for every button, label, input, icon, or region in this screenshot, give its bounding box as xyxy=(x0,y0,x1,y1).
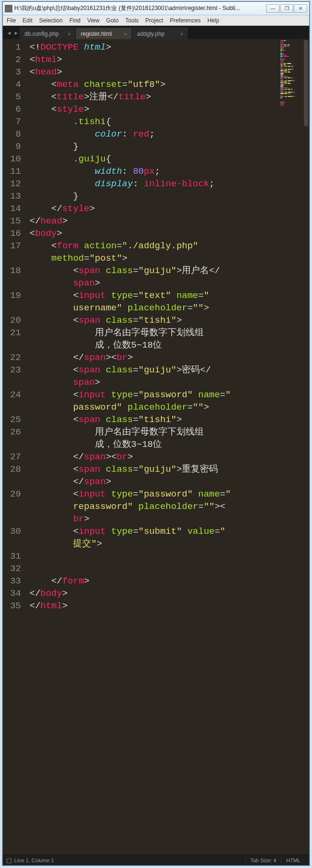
menu-tools[interactable]: Tools xyxy=(125,17,139,24)
code-line[interactable]: </span><br> xyxy=(30,351,308,364)
code-line[interactable]: <!DOCTYPE html> xyxy=(30,41,308,53)
maximize-button[interactable]: ❐ xyxy=(280,4,293,13)
code-line[interactable] xyxy=(30,562,308,575)
line-number xyxy=(3,500,21,513)
line-number: 16 xyxy=(3,227,21,240)
line-number: 21 xyxy=(3,327,21,339)
menu-project[interactable]: Project xyxy=(146,17,163,24)
code-line-wrap[interactable]: username" placeholder=""> xyxy=(30,302,308,314)
tab-close-icon[interactable]: × xyxy=(180,31,183,37)
tab-next-icon[interactable]: ► xyxy=(13,31,20,39)
titlebar: H:\我的u盘\php\总结\baby20161231作业 (复件)\20161… xyxy=(3,2,309,15)
code-line[interactable]: } xyxy=(30,190,308,202)
code-line-wrap[interactable]: 成，位数5~18位 xyxy=(30,339,308,351)
code-line[interactable]: display: inline-block; xyxy=(30,178,308,190)
code-line[interactable]: 用户名由字母数字下划线组 xyxy=(30,327,308,339)
tab-close-icon[interactable]: × xyxy=(124,31,127,37)
app-icon xyxy=(5,5,12,12)
line-number: 30 xyxy=(3,525,21,538)
code-line[interactable]: width: 80px; xyxy=(30,165,308,178)
menu-preferences[interactable]: Preferences xyxy=(170,17,201,24)
line-number: 12 xyxy=(3,178,21,190)
code-line-wrap[interactable]: span> xyxy=(30,277,308,289)
code-line[interactable]: <html> xyxy=(30,53,308,66)
code-line[interactable]: <span class="guiju">重复密码 xyxy=(30,463,308,476)
line-number: 28 xyxy=(3,463,21,476)
window-title: H:\我的u盘\php\总结\baby20161231作业 (复件)\20161… xyxy=(14,4,266,12)
line-number: 27 xyxy=(3,451,21,463)
code-line[interactable]: </body> xyxy=(30,587,308,600)
line-number xyxy=(3,252,21,265)
code-line[interactable]: <input type="password" name=" xyxy=(30,389,308,401)
minimize-button[interactable]: — xyxy=(266,4,280,13)
tabbar: ◄ ► db.config.php×register.html×addgly.p… xyxy=(3,26,309,39)
code-line[interactable]: 用户名由字母数字下划线组 xyxy=(30,426,308,438)
code-line[interactable]: <input type="password" name=" xyxy=(30,488,308,500)
code-line[interactable]: </span><br> xyxy=(30,451,308,463)
menu-view[interactable]: View xyxy=(87,17,100,24)
menu-goto[interactable]: Goto xyxy=(106,17,119,24)
close-button[interactable]: ✕ xyxy=(294,4,307,13)
code-line[interactable]: .tishi{ xyxy=(30,116,308,128)
line-number: 23 xyxy=(3,364,21,376)
code-line[interactable]: color: red; xyxy=(30,128,308,140)
code-line[interactable]: <title>注册</title> xyxy=(30,91,308,103)
code-line[interactable]: <head> xyxy=(30,66,308,78)
code-line[interactable]: .guiju{ xyxy=(30,153,308,165)
menu-find[interactable]: Find xyxy=(69,17,80,24)
code-line-wrap[interactable]: 成，位数3~18位 xyxy=(30,438,308,451)
line-number: 22 xyxy=(3,351,21,364)
scrollbar[interactable] xyxy=(303,39,309,855)
tab-db-config-php[interactable]: db.config.php× xyxy=(20,28,76,39)
line-number: 5 xyxy=(3,91,21,103)
code-line-wrap[interactable]: repassword" placeholder="">< xyxy=(30,500,308,513)
line-number: 19 xyxy=(3,289,21,302)
scrollbar-thumb[interactable] xyxy=(304,40,308,126)
tab-close-icon[interactable]: × xyxy=(68,31,71,37)
code-line[interactable]: <span class="guiju">用户名</ xyxy=(30,265,308,277)
code-line[interactable]: <input type="text" name=" xyxy=(30,289,308,302)
code-line-wrap[interactable]: password" placeholder=""> xyxy=(30,401,308,413)
code-line[interactable]: <body> xyxy=(30,227,308,240)
code-line-wrap[interactable]: 提交"> xyxy=(30,538,308,550)
code-line[interactable]: <meta charset="utf8"> xyxy=(30,78,308,91)
code-line[interactable]: </html> xyxy=(30,600,308,612)
code-line[interactable]: <span class="tishi"> xyxy=(30,314,308,327)
menubar: FileEditSelectionFindViewGotoToolsProjec… xyxy=(3,15,309,26)
code-line[interactable]: </style> xyxy=(30,202,308,215)
code-line[interactable]: <span class="tishi"> xyxy=(30,413,308,426)
menu-edit[interactable]: Edit xyxy=(22,17,32,24)
tab-prev-icon[interactable]: ◄ xyxy=(6,31,13,39)
code-area[interactable]: <!DOCTYPE html><html><head> <meta charse… xyxy=(26,39,309,855)
status-language[interactable]: HTML xyxy=(281,857,305,863)
code-line[interactable]: <span class="guiju">密码</ xyxy=(30,364,308,376)
code-line-wrap[interactable]: br> xyxy=(30,513,308,525)
code-line[interactable] xyxy=(30,550,308,562)
line-number xyxy=(3,302,21,314)
code-line[interactable]: <input type="submit" value=" xyxy=(30,525,308,538)
line-number xyxy=(3,438,21,451)
line-number: 33 xyxy=(3,575,21,587)
code-line-wrap[interactable]: span> xyxy=(30,376,308,389)
code-line[interactable]: </form> xyxy=(30,575,308,587)
code-line[interactable]: <form action="./addgly.php" xyxy=(30,240,308,252)
code-line-wrap[interactable]: </span> xyxy=(30,476,308,488)
tab-label: register.html xyxy=(81,31,112,37)
editor[interactable]: 1234567891011121314151617 18 19 2021 222… xyxy=(3,39,309,855)
code-line-wrap[interactable]: method="post"> xyxy=(30,252,308,265)
code-line[interactable]: <style> xyxy=(30,103,308,116)
line-number: 34 xyxy=(3,587,21,600)
status-tabsize[interactable]: Tab Size: 4 xyxy=(245,857,281,863)
menu-selection[interactable]: Selection xyxy=(39,17,62,24)
line-number xyxy=(3,401,21,413)
menu-help[interactable]: Help xyxy=(208,17,219,24)
code-line[interactable]: } xyxy=(30,140,308,153)
code-line[interactable]: </head> xyxy=(30,215,308,227)
line-number: 11 xyxy=(3,165,21,178)
tab-register-html[interactable]: register.html× xyxy=(76,28,132,39)
line-number: 1 xyxy=(3,41,21,53)
menu-file[interactable]: File xyxy=(7,17,16,24)
line-number: 6 xyxy=(3,103,21,116)
line-number xyxy=(3,476,21,488)
tab-addgly-php[interactable]: addgly.php× xyxy=(132,28,188,39)
